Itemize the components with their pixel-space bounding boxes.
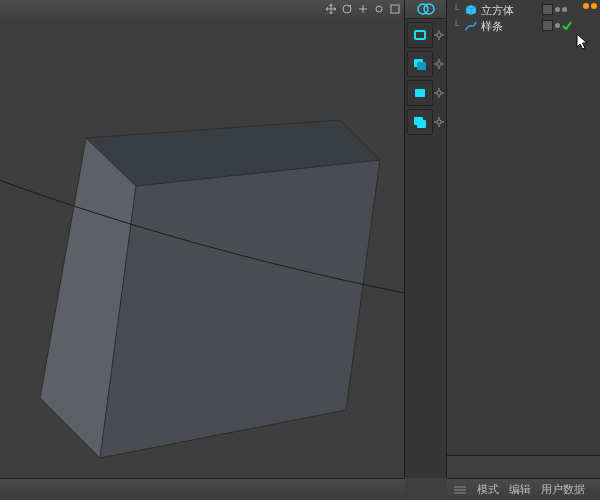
gear-icon[interactable] xyxy=(434,80,444,106)
svg-point-16 xyxy=(437,62,441,66)
visibility-render-dot[interactable] xyxy=(562,7,567,12)
object-row-cube[interactable]: └ 立方体 xyxy=(451,2,600,18)
cycle-icon[interactable] xyxy=(340,2,354,16)
menu-userdata[interactable]: 用户数据 xyxy=(541,482,585,497)
menu-mode[interactable]: 模式 xyxy=(477,482,499,497)
grip-icon[interactable] xyxy=(453,483,467,497)
display-layer-single-button[interactable] xyxy=(407,22,433,48)
object-rows: └ 立方体 └ 样条 xyxy=(451,2,600,34)
zoom-icon[interactable] xyxy=(356,2,370,16)
spline-icon xyxy=(464,19,478,33)
display-toolstrip xyxy=(405,0,447,478)
app-root: └ 立方体 └ 样条 xyxy=(0,0,600,500)
cube-icon xyxy=(464,3,478,17)
svg-rect-28 xyxy=(417,120,426,128)
display-layer-multi-button[interactable] xyxy=(407,51,433,77)
object-manager[interactable]: └ 立方体 └ 样条 xyxy=(447,0,600,478)
perspective-viewport[interactable] xyxy=(0,0,405,478)
pan-icon[interactable] xyxy=(372,2,386,16)
tree-branch-icon: └ xyxy=(451,18,461,34)
toolstrip-header-icon[interactable] xyxy=(405,0,446,19)
layer-color-swatch[interactable] xyxy=(542,20,553,31)
right-column: └ 立方体 └ 样条 xyxy=(405,0,600,500)
menu-edit[interactable]: 编辑 xyxy=(509,482,531,497)
svg-rect-15 xyxy=(417,62,426,70)
svg-marker-5 xyxy=(100,160,380,458)
svg-point-7 xyxy=(424,4,434,14)
move-icon[interactable] xyxy=(324,2,338,16)
display-layer-single-b-button[interactable] xyxy=(407,80,433,106)
visibility-editor-dot[interactable] xyxy=(555,23,560,28)
svg-point-22 xyxy=(437,91,441,95)
svg-point-1 xyxy=(376,6,382,12)
viewport-nav-icons xyxy=(324,2,402,16)
svg-point-9 xyxy=(437,33,441,37)
object-flags-row1 xyxy=(542,4,567,15)
display-layer-multi-b-button[interactable] xyxy=(407,109,433,135)
viewport-canvas[interactable] xyxy=(0,18,404,478)
tool-buttons xyxy=(407,22,444,135)
cube-object xyxy=(40,78,380,458)
maximize-icon[interactable] xyxy=(388,2,402,16)
viewport-footer xyxy=(0,478,405,500)
object-label: 立方体 xyxy=(481,5,514,16)
object-label: 样条 xyxy=(481,21,503,32)
object-flags-row2 xyxy=(542,20,572,31)
gear-icon[interactable] xyxy=(434,109,444,135)
tree-branch-icon: └ xyxy=(451,2,461,18)
svg-rect-21 xyxy=(415,89,425,97)
svg-rect-8 xyxy=(415,31,425,39)
visibility-editor-dot[interactable] xyxy=(555,7,560,12)
check-icon[interactable] xyxy=(562,21,572,31)
panel-splitter[interactable] xyxy=(447,455,600,478)
gear-icon[interactable] xyxy=(434,51,444,77)
gear-icon[interactable] xyxy=(434,22,444,48)
svg-point-29 xyxy=(437,120,441,124)
layer-color-swatch[interactable] xyxy=(542,4,553,15)
svg-rect-2 xyxy=(391,5,399,13)
viewport-header xyxy=(0,0,404,19)
panel-options-icon[interactable] xyxy=(583,3,597,9)
attribute-manager-menus: 模式 编辑 用户数据 xyxy=(447,478,600,500)
object-row-spline[interactable]: └ 样条 xyxy=(451,18,600,34)
